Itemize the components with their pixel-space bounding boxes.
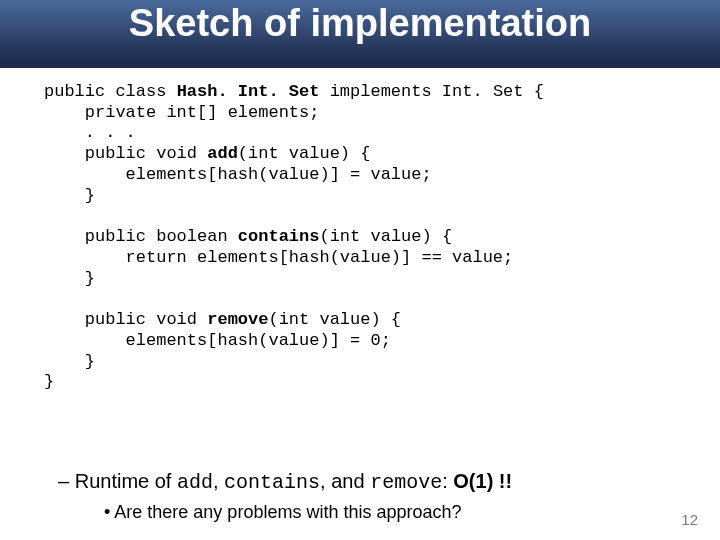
- code-line: (int value) {: [268, 310, 401, 329]
- code-block: public class Hash. Int. Set implements I…: [44, 82, 680, 393]
- code-line: . . .: [44, 123, 136, 142]
- code-line: return elements[hash(value)] == value;: [44, 248, 513, 267]
- code-bold: remove: [207, 310, 268, 329]
- code-line: (int value) {: [238, 144, 371, 163]
- code-line: }: [44, 186, 95, 205]
- code-line: }: [44, 372, 54, 391]
- slide: Sketch of implementation public class Ha…: [0, 0, 720, 540]
- note-text: :: [442, 470, 453, 492]
- note-mono: contains: [224, 471, 320, 494]
- page-number: 12: [681, 511, 698, 528]
- code-blank: [44, 289, 54, 308]
- code-blank: [44, 206, 54, 225]
- note-text: Runtime of: [75, 470, 177, 492]
- code-line: }: [44, 352, 95, 371]
- note-dash: –: [58, 470, 75, 492]
- code-bold: Hash. Int. Set: [177, 82, 320, 101]
- slide-title: Sketch of implementation: [0, 2, 720, 45]
- code-line: public void: [44, 144, 207, 163]
- code-line: (int value) {: [319, 227, 452, 246]
- content-area: public class Hash. Int. Set implements I…: [44, 82, 680, 393]
- code-bold: add: [207, 144, 238, 163]
- note-mono: add: [177, 471, 213, 494]
- code-line: public class: [44, 82, 177, 101]
- code-line: public void: [44, 310, 207, 329]
- note-bigO: O(1) !!: [453, 470, 512, 492]
- runtime-note: – Runtime of add, contains, and remove: …: [58, 470, 512, 494]
- code-line: private int[] elements;: [44, 103, 319, 122]
- note-mono: remove: [370, 471, 442, 494]
- note-text: ,: [213, 470, 224, 492]
- code-line: elements[hash(value)] = 0;: [44, 331, 391, 350]
- note-text: , and: [320, 470, 370, 492]
- code-line: }: [44, 269, 95, 288]
- code-line: public boolean: [44, 227, 238, 246]
- sub-bullet: • Are there any problems with this appro…: [104, 502, 462, 523]
- code-bold: contains: [238, 227, 320, 246]
- code-line: implements Int. Set {: [319, 82, 543, 101]
- code-line: elements[hash(value)] = value;: [44, 165, 432, 184]
